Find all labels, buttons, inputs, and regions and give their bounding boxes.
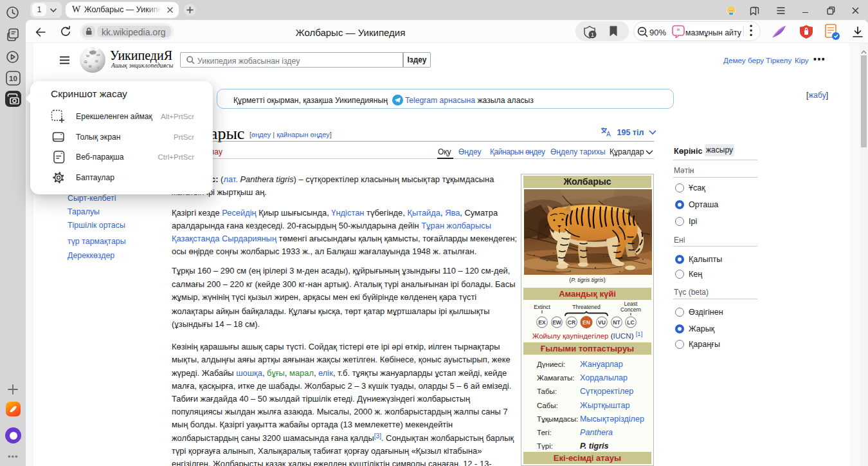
svg-text:W: W — [95, 59, 98, 63]
svg-text:10: 10 — [9, 75, 17, 82]
svg-text:VU: VU — [598, 319, 606, 326]
svg-text:NT: NT — [613, 319, 620, 326]
svg-text:EX: EX — [538, 319, 546, 326]
svg-text:Concern: Concern — [620, 306, 641, 313]
svg-text:Extinct: Extinct — [534, 304, 550, 310]
svg-text:Ω: Ω — [84, 60, 87, 64]
svg-text:LC: LC — [627, 319, 634, 326]
svg-text:W: W — [86, 54, 90, 58]
svg-text:ي: ي — [97, 64, 100, 69]
svg-text:“: “ — [676, 28, 680, 35]
svg-text:си: си — [96, 53, 100, 57]
svg-text:EN: EN — [583, 319, 590, 326]
svg-text:1: 1 — [591, 32, 594, 38]
svg-text:М: М — [89, 64, 91, 68]
svg-text:CR: CR — [568, 319, 575, 326]
svg-text:EW: EW — [552, 319, 562, 326]
svg-text:Threatened: Threatened — [572, 304, 601, 310]
svg-text:A: A — [606, 131, 611, 137]
